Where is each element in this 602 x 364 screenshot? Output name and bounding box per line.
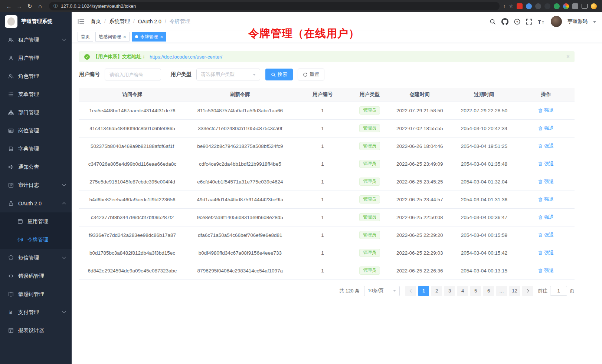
share-icon[interactable]: ↑	[503, 3, 506, 9]
sidebar-item-app-manage[interactable]: 应用管理	[0, 212, 72, 231]
user-id-input[interactable]	[105, 69, 161, 80]
force-logout-button[interactable]: 强退	[538, 214, 554, 221]
force-logout-button[interactable]: 强退	[538, 232, 554, 238]
sidebar-item-tenant[interactable]: 租户管理	[0, 31, 72, 49]
github-icon[interactable]	[501, 18, 508, 25]
sidebar-item-user[interactable]: 用户管理	[0, 49, 72, 67]
page-button[interactable]: 2	[431, 286, 442, 296]
goto-page-input[interactable]	[550, 286, 567, 296]
page-button[interactable]: 6	[483, 286, 494, 296]
force-logout-button[interactable]: 强退	[538, 143, 554, 149]
breadcrumb-oauth2[interactable]: OAuth 2.0	[138, 19, 170, 24]
profile-avatar-icon[interactable]	[591, 3, 597, 9]
chevron-down-icon	[62, 255, 66, 259]
app-logo[interactable]: 芋道管理系统	[0, 12, 72, 31]
extension-icon-green[interactable]	[554, 3, 560, 9]
tab-token-manage[interactable]: 令牌管理 ×	[132, 32, 167, 42]
page-button[interactable]: 12	[509, 286, 520, 296]
expires-at-cell: 2054-03-04 01:31:36	[451, 191, 517, 208]
sidebar-item-menu[interactable]: 菜单管理	[0, 85, 72, 103]
force-logout-button[interactable]: 强退	[538, 161, 554, 167]
created-at-cell: 2022-06-26 18:04:46	[389, 137, 451, 155]
sidebar-item-sms[interactable]: 短信管理	[0, 249, 72, 267]
extension-icon-red[interactable]	[517, 3, 523, 9]
force-logout-button[interactable]: 强退	[538, 196, 554, 203]
page-button[interactable]: 3	[444, 286, 455, 296]
sidebar-item-post[interactable]: 岗位管理	[0, 122, 72, 140]
sidebar-item-token-manage[interactable]: 令牌管理	[0, 231, 72, 249]
sidebar-item-dict[interactable]: 字典管理	[0, 140, 72, 158]
next-page-button[interactable]	[522, 286, 533, 296]
sidebar-item-error-code[interactable]: 错误码管理	[0, 267, 72, 285]
breadcrumb-home[interactable]: 首页	[91, 18, 109, 25]
extension-icon-dark2[interactable]	[544, 3, 550, 9]
refresh-token-cell: 49d1aa46d1454fbd87591444423be9fa	[186, 191, 295, 208]
browser-home-button[interactable]: ⌂	[35, 3, 45, 9]
chevron-down-icon[interactable]	[593, 21, 596, 23]
tab-home[interactable]: 首页	[78, 32, 93, 42]
tab-sensitive-word[interactable]: 敏感词管理 ×	[95, 32, 130, 42]
username[interactable]: 芋道源码	[567, 18, 588, 25]
search-button[interactable]: 搜索	[265, 69, 293, 80]
access-token-cell: 6d842e2924594de9a09e45e087323abe	[79, 262, 186, 279]
close-icon[interactable]: ×	[123, 34, 126, 39]
sidebar-toggle-button[interactable]	[78, 19, 85, 24]
close-icon[interactable]: ×	[160, 34, 163, 39]
extension-icon-dark[interactable]	[535, 3, 541, 9]
refresh-token-cell: cdfc4ce9c2da4bb1bdf21b9918ff4be5	[186, 155, 295, 173]
navbar-actions: ? TT 芋道源码	[490, 16, 596, 27]
reset-button[interactable]: 重置	[298, 69, 324, 80]
access-token-cell: c342377bf8b344799dcbf7bf095287f2	[79, 208, 186, 226]
force-logout-button[interactable]: 强退	[538, 107, 554, 114]
browser-reload-button[interactable]: ↻	[24, 3, 35, 10]
help-icon[interactable]: ?	[514, 19, 520, 25]
sidebar-item-payment[interactable]: ¥ 支付管理	[0, 303, 72, 321]
browser-forward-button[interactable]: →	[14, 3, 24, 9]
url-bar[interactable]: ⓘ 127.0.0.1:1024/system/oauth2/token	[49, 2, 500, 10]
sidebar-item-role[interactable]: 角色管理	[0, 67, 72, 85]
sidebar-item-report-designer[interactable]: 报表设计器	[0, 321, 72, 340]
force-logout-button[interactable]: 强退	[538, 267, 554, 274]
search-icon[interactable]	[490, 19, 496, 25]
expires-at-cell: 2054-03-10 20:42:34	[451, 119, 517, 137]
user-type-badge: 管理员	[359, 106, 380, 115]
extension-icon-blue[interactable]	[526, 3, 532, 9]
page-button[interactable]: 4	[457, 286, 468, 296]
page-button[interactable]: 5	[470, 286, 481, 296]
force-logout-button[interactable]: 强退	[538, 249, 554, 256]
sidebar-item-notice[interactable]: 通知公告	[0, 158, 72, 176]
sidebar-item-dept[interactable]: 部门管理	[0, 103, 72, 122]
fullscreen-icon[interactable]	[526, 19, 532, 25]
page-button[interactable]: 1	[418, 286, 429, 296]
bookmark-star-icon[interactable]: ☆	[509, 3, 513, 9]
extension-icon-colorful[interactable]	[563, 3, 569, 9]
side-panel-icon[interactable]	[582, 4, 588, 9]
extensions-puzzle-icon[interactable]	[572, 3, 578, 9]
force-logout-button[interactable]: 强退	[538, 125, 554, 132]
close-icon[interactable]: ×	[566, 53, 570, 60]
sidebar-menu: 租户管理 用户管理 角色管理 菜单管理 部门管理 岗位管理	[0, 31, 72, 340]
svg-text:T: T	[538, 19, 541, 24]
user-avatar[interactable]	[551, 16, 562, 27]
force-logout-button[interactable]: 强退	[538, 178, 554, 185]
breadcrumb-system[interactable]: 系统管理	[109, 18, 138, 25]
created-at-cell: 2022-06-25 22:26:36	[389, 262, 451, 279]
page-size-select[interactable]: 10条/页	[364, 286, 400, 296]
doc-alert: ✓ 【用户体系】文档地址： https://doc.iocoder.cn/use…	[79, 51, 575, 62]
user-type-cell: 管理员	[351, 226, 389, 244]
svg-text:T: T	[542, 20, 544, 24]
doc-link[interactable]: https://doc.iocoder.cn/user-center/	[150, 54, 222, 60]
id-card-icon	[8, 128, 14, 134]
access-token-cell: 54d6be82ee5a460a9aedc1f9bf223656	[79, 191, 186, 208]
created-at-cell: 2022-06-25 22:29:20	[389, 226, 451, 244]
user-type-select[interactable]: 请选择用户类型	[196, 69, 260, 80]
browser-back-button[interactable]: ←	[4, 3, 14, 9]
prev-page-button[interactable]	[405, 286, 416, 296]
actions-cell: 强退	[517, 119, 575, 137]
sidebar-item-oauth2[interactable]: OAuth 2.0	[0, 194, 72, 212]
site-info-icon[interactable]: ⓘ	[53, 3, 58, 9]
page-button[interactable]: …	[496, 286, 507, 296]
sidebar-item-audit-log[interactable]: 审计日志	[0, 176, 72, 194]
sidebar-item-sensitive-word[interactable]: 敏感词管理	[0, 285, 72, 303]
font-size-icon[interactable]: TT	[538, 19, 545, 24]
